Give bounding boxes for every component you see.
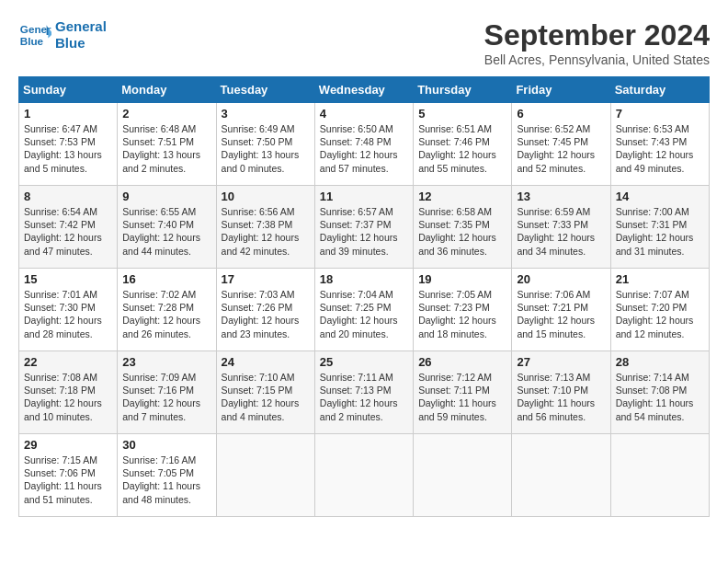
calendar-cell: 17Sunrise: 7:03 AM Sunset: 7:26 PM Dayli… (216, 269, 314, 351)
day-info: Sunrise: 7:16 AM Sunset: 7:05 PM Dayligh… (122, 454, 210, 506)
calendar-cell: 12Sunrise: 6:58 AM Sunset: 7:35 PM Dayli… (414, 186, 512, 269)
calendar-cell: 20Sunrise: 7:06 AM Sunset: 7:21 PM Dayli… (512, 269, 610, 351)
week-row-2: 8Sunrise: 6:54 AM Sunset: 7:42 PM Daylig… (19, 186, 710, 269)
day-number: 15 (24, 272, 112, 286)
day-info: Sunrise: 6:55 AM Sunset: 7:40 PM Dayligh… (122, 205, 210, 258)
day-info: Sunrise: 7:09 AM Sunset: 7:16 PM Dayligh… (122, 371, 210, 423)
calendar-cell: 7Sunrise: 6:53 AM Sunset: 7:43 PM Daylig… (610, 103, 709, 186)
day-info: Sunrise: 7:15 AM Sunset: 7:06 PM Dayligh… (24, 454, 112, 506)
day-number: 11 (320, 190, 408, 203)
day-number: 1 (24, 107, 112, 121)
calendar-cell (610, 434, 709, 517)
calendar-cell: 30Sunrise: 7:16 AM Sunset: 7:05 PM Dayli… (118, 434, 216, 517)
day-header-friday: Friday (512, 77, 610, 103)
calendar-cell: 11Sunrise: 6:57 AM Sunset: 7:37 PM Dayli… (314, 186, 413, 269)
calendar-cell: 5Sunrise: 6:51 AM Sunset: 7:46 PM Daylig… (414, 103, 512, 186)
day-number: 23 (122, 355, 210, 369)
calendar-cell: 26Sunrise: 7:12 AM Sunset: 7:11 PM Dayli… (414, 351, 512, 434)
calendar-cell: 1Sunrise: 6:47 AM Sunset: 7:53 PM Daylig… (19, 103, 118, 186)
day-info: Sunrise: 7:04 AM Sunset: 7:25 PM Dayligh… (320, 288, 408, 340)
day-number: 6 (517, 107, 605, 121)
calendar-cell: 18Sunrise: 7:04 AM Sunset: 7:25 PM Dayli… (314, 269, 413, 351)
day-number: 26 (418, 355, 506, 369)
calendar-cell (512, 434, 610, 517)
day-info: Sunrise: 7:05 AM Sunset: 7:23 PM Dayligh… (418, 288, 506, 340)
calendar-cell: 2Sunrise: 6:48 AM Sunset: 7:51 PM Daylig… (118, 103, 216, 186)
day-number: 12 (418, 190, 506, 203)
calendar-cell (414, 434, 512, 517)
day-number: 25 (320, 355, 408, 369)
week-row-3: 15Sunrise: 7:01 AM Sunset: 7:30 PM Dayli… (19, 269, 710, 351)
day-number: 5 (418, 107, 506, 121)
day-number: 13 (517, 190, 605, 203)
calendar-cell: 29Sunrise: 7:15 AM Sunset: 7:06 PM Dayli… (19, 434, 118, 517)
day-info: Sunrise: 7:06 AM Sunset: 7:21 PM Dayligh… (517, 288, 605, 340)
logo-line2: Blue (55, 35, 107, 52)
day-number: 7 (616, 107, 704, 121)
logo: General Blue General Blue (18, 18, 107, 52)
day-header-monday: Monday (118, 77, 216, 103)
day-number: 27 (517, 355, 605, 369)
day-number: 21 (616, 272, 704, 286)
calendar-cell: 14Sunrise: 7:00 AM Sunset: 7:31 PM Dayli… (610, 186, 709, 269)
day-info: Sunrise: 6:53 AM Sunset: 7:43 PM Dayligh… (616, 122, 704, 175)
day-info: Sunrise: 6:51 AM Sunset: 7:46 PM Dayligh… (418, 122, 506, 175)
calendar-cell: 13Sunrise: 6:59 AM Sunset: 7:33 PM Dayli… (512, 186, 610, 269)
week-row-5: 29Sunrise: 7:15 AM Sunset: 7:06 PM Dayli… (19, 434, 710, 517)
svg-text:Blue: Blue (20, 35, 44, 47)
week-row-1: 1Sunrise: 6:47 AM Sunset: 7:53 PM Daylig… (19, 103, 710, 186)
day-info: Sunrise: 7:12 AM Sunset: 7:11 PM Dayligh… (418, 371, 506, 423)
calendar-cell: 25Sunrise: 7:11 AM Sunset: 7:13 PM Dayli… (314, 351, 413, 434)
calendar-cell: 23Sunrise: 7:09 AM Sunset: 7:16 PM Dayli… (118, 351, 216, 434)
day-info: Sunrise: 6:54 AM Sunset: 7:42 PM Dayligh… (24, 205, 112, 258)
calendar-table: SundayMondayTuesdayWednesdayThursdayFrid… (18, 76, 710, 517)
day-info: Sunrise: 7:01 AM Sunset: 7:30 PM Dayligh… (24, 288, 112, 340)
day-info: Sunrise: 6:59 AM Sunset: 7:33 PM Dayligh… (517, 205, 605, 258)
day-number: 28 (616, 355, 704, 369)
day-number: 30 (122, 438, 210, 452)
day-info: Sunrise: 6:52 AM Sunset: 7:45 PM Dayligh… (517, 122, 605, 175)
month-title: September 2024 (484, 18, 710, 52)
day-info: Sunrise: 7:03 AM Sunset: 7:26 PM Dayligh… (222, 288, 310, 340)
day-header-tuesday: Tuesday (216, 77, 314, 103)
calendar-cell (216, 434, 314, 517)
day-header-wednesday: Wednesday (314, 77, 413, 103)
calendar-cell: 4Sunrise: 6:50 AM Sunset: 7:48 PM Daylig… (314, 103, 413, 186)
day-info: Sunrise: 6:49 AM Sunset: 7:50 PM Dayligh… (222, 122, 310, 175)
day-header-saturday: Saturday (610, 77, 709, 103)
day-number: 20 (517, 272, 605, 286)
calendar-cell: 10Sunrise: 6:56 AM Sunset: 7:38 PM Dayli… (216, 186, 314, 269)
location: Bell Acres, Pennsylvania, United States (484, 52, 710, 67)
day-info: Sunrise: 7:08 AM Sunset: 7:18 PM Dayligh… (24, 371, 112, 423)
day-info: Sunrise: 6:57 AM Sunset: 7:37 PM Dayligh… (320, 205, 408, 258)
day-info: Sunrise: 6:48 AM Sunset: 7:51 PM Dayligh… (122, 122, 210, 175)
day-header-thursday: Thursday (414, 77, 512, 103)
calendar-cell: 19Sunrise: 7:05 AM Sunset: 7:23 PM Dayli… (414, 269, 512, 351)
calendar-cell: 9Sunrise: 6:55 AM Sunset: 7:40 PM Daylig… (118, 186, 216, 269)
calendar-cell: 21Sunrise: 7:07 AM Sunset: 7:20 PM Dayli… (610, 269, 709, 351)
day-number: 3 (222, 107, 310, 121)
logo-line1: General (55, 18, 107, 35)
day-number: 24 (222, 355, 310, 369)
calendar-cell: 15Sunrise: 7:01 AM Sunset: 7:30 PM Dayli… (19, 269, 118, 351)
day-number: 8 (24, 190, 112, 203)
day-number: 4 (320, 107, 408, 121)
day-number: 17 (222, 272, 310, 286)
day-info: Sunrise: 7:07 AM Sunset: 7:20 PM Dayligh… (616, 288, 704, 340)
day-number: 14 (616, 190, 704, 203)
calendar-cell: 22Sunrise: 7:08 AM Sunset: 7:18 PM Dayli… (19, 351, 118, 434)
day-number: 9 (122, 190, 210, 203)
calendar-cell: 6Sunrise: 6:52 AM Sunset: 7:45 PM Daylig… (512, 103, 610, 186)
day-info: Sunrise: 6:56 AM Sunset: 7:38 PM Dayligh… (222, 205, 310, 258)
calendar-cell: 3Sunrise: 6:49 AM Sunset: 7:50 PM Daylig… (216, 103, 314, 186)
day-number: 19 (418, 272, 506, 286)
day-info: Sunrise: 6:50 AM Sunset: 7:48 PM Dayligh… (320, 122, 408, 175)
calendar-cell (314, 434, 413, 517)
title-block: September 2024 Bell Acres, Pennsylvania,… (484, 18, 710, 67)
week-row-4: 22Sunrise: 7:08 AM Sunset: 7:18 PM Dayli… (19, 351, 710, 434)
logo-icon: General Blue (18, 18, 51, 52)
day-info: Sunrise: 7:11 AM Sunset: 7:13 PM Dayligh… (320, 371, 408, 423)
day-info: Sunrise: 6:58 AM Sunset: 7:35 PM Dayligh… (418, 205, 506, 258)
day-info: Sunrise: 7:10 AM Sunset: 7:15 PM Dayligh… (222, 371, 310, 423)
day-info: Sunrise: 7:02 AM Sunset: 7:28 PM Dayligh… (122, 288, 210, 340)
